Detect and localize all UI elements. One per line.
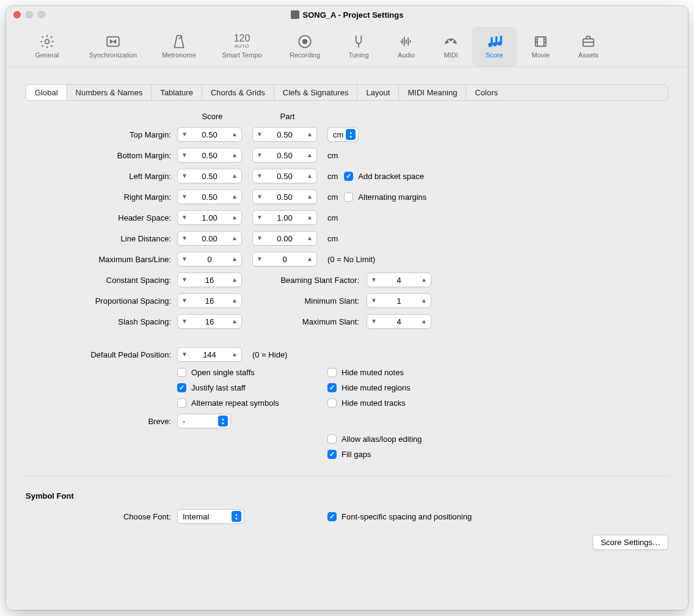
alternating-margins-checkbox[interactable] [344, 193, 353, 202]
pedal-note: (0 = Hide) [252, 350, 668, 359]
stepper-down-icon[interactable] [367, 277, 381, 283]
stepper-up-icon[interactable] [228, 152, 241, 158]
stepper-up-icon[interactable] [417, 318, 431, 324]
tab-clefs-signatures[interactable]: Clefs & Signatures [274, 85, 358, 100]
header-space-part-stepper[interactable]: 1.00 [252, 210, 317, 225]
stepper-down-icon[interactable] [367, 318, 381, 324]
stepper-up-icon[interactable] [228, 173, 241, 179]
stepper-up-icon[interactable] [417, 298, 431, 304]
stepper-down-icon[interactable] [178, 194, 191, 200]
right-margin-score-stepper[interactable]: 0.50 [177, 189, 242, 204]
toolbar-general[interactable]: General [17, 27, 77, 67]
stepper-up-icon[interactable] [303, 235, 316, 241]
tab-numbers-names[interactable]: Numbers & Names [67, 85, 152, 100]
stepper-down-icon[interactable] [178, 215, 191, 221]
proportional-spacing-stepper[interactable]: 16 [177, 293, 242, 308]
slash-spacing-stepper[interactable]: 16 [177, 314, 242, 329]
tab-global[interactable]: Global [26, 85, 67, 100]
stepper-down-icon[interactable] [178, 318, 191, 324]
bottom-margin-part-stepper[interactable]: 0.50 [252, 148, 317, 163]
max-bars-score-stepper[interactable]: 0 [177, 252, 242, 266]
max-bars-part-stepper[interactable]: 0 [252, 252, 317, 266]
constant-spacing-stepper[interactable]: 16 [177, 273, 242, 287]
stepper-down-icon[interactable] [253, 131, 266, 138]
stepper-up-icon[interactable] [228, 277, 241, 283]
right-margin-part-stepper[interactable]: 0.50 [252, 189, 317, 204]
alternate-repeat-checkbox[interactable] [177, 398, 186, 408]
stepper-down-icon[interactable] [178, 256, 191, 262]
stepper-down-icon[interactable] [367, 298, 381, 304]
max-slant-stepper[interactable]: 4 [367, 314, 431, 329]
choose-font-select[interactable]: Internal [177, 509, 244, 524]
top-margin-score-stepper[interactable]: 0.50 [177, 127, 242, 142]
hide-muted-tracks-checkbox[interactable] [327, 398, 337, 408]
stepper-up-icon[interactable] [303, 194, 316, 200]
stepper-up-icon[interactable] [228, 318, 241, 324]
stepper-up-icon[interactable] [303, 152, 316, 158]
stepper-up-icon[interactable] [417, 277, 431, 283]
stepper-up-icon[interactable] [228, 256, 241, 262]
stepper-down-icon[interactable] [253, 194, 266, 200]
add-bracket-space-checkbox[interactable] [344, 172, 353, 181]
left-margin-part-stepper[interactable]: 0.50 [252, 169, 317, 183]
toolbar-recording[interactable]: Recording [275, 27, 335, 67]
toolbar-tuning[interactable]: Tuning [335, 27, 382, 67]
min-slant-stepper[interactable]: 1 [367, 293, 431, 308]
bottom-margin-score-stepper[interactable]: 0.50 [177, 148, 242, 163]
top-margin-part-stepper[interactable]: 0.50 [252, 127, 317, 142]
hide-muted-notes-checkbox[interactable] [327, 368, 337, 377]
line-distance-part-stepper[interactable]: 0.00 [252, 231, 317, 246]
toolbar-smart-tempo[interactable]: 120 AUTO Smart Tempo [209, 27, 275, 67]
tab-midi-meaning[interactable]: MIDI Meaning [399, 85, 466, 100]
score-settings-button[interactable]: Score Settings… [593, 535, 668, 550]
tab-tablature[interactable]: Tablature [152, 85, 202, 100]
toolbar-assets[interactable]: Assets [564, 27, 612, 67]
stepper-up-icon[interactable] [303, 131, 316, 138]
toolbar-movie[interactable]: Movie [517, 27, 564, 67]
stepper-up-icon[interactable] [228, 298, 241, 304]
breve-select[interactable]: - [177, 414, 231, 428]
stepper-down-icon[interactable] [178, 298, 191, 304]
toolbar-audio[interactable]: Audio [382, 27, 430, 67]
stepper-down-icon[interactable] [253, 215, 266, 221]
open-single-staffs-checkbox[interactable] [177, 368, 186, 377]
stepper-up-icon[interactable] [228, 351, 241, 358]
stepper-down-icon[interactable] [253, 173, 266, 179]
stepper-down-icon[interactable] [178, 277, 191, 283]
left-margin-score-stepper[interactable]: 0.50 [177, 169, 242, 183]
stepper-up-icon[interactable] [303, 256, 316, 262]
unit-select[interactable]: cm [327, 127, 359, 142]
toolbar-midi[interactable]: MIDI [430, 27, 472, 67]
max-bars-note: (0 = No Limit) [327, 255, 668, 264]
tab-colors[interactable]: Colors [466, 85, 506, 100]
stepper-down-icon[interactable] [178, 235, 191, 241]
tab-chords-grids[interactable]: Chords & Grids [202, 85, 274, 100]
justify-last-staff-checkbox[interactable] [177, 383, 186, 392]
stepper-down-icon[interactable] [178, 173, 191, 179]
fill-gaps-checkbox[interactable] [327, 450, 337, 459]
header-space-score-stepper[interactable]: 1.00 [177, 210, 242, 225]
stepper-down-icon[interactable] [253, 256, 266, 262]
stepper-down-icon[interactable] [253, 152, 266, 158]
stepper-down-icon[interactable] [178, 152, 191, 158]
stepper-down-icon[interactable] [178, 351, 191, 358]
checkbox-label: Fill gaps [342, 450, 371, 459]
toolbar-score[interactable]: Score [472, 27, 517, 67]
stepper-down-icon[interactable] [178, 131, 191, 138]
stepper-up-icon[interactable] [228, 215, 241, 221]
stepper-up-icon[interactable] [228, 235, 241, 241]
toolbar-synchronization[interactable]: Synchronization [77, 27, 149, 67]
stepper-up-icon[interactable] [228, 194, 241, 200]
beaming-slant-stepper[interactable]: 4 [367, 273, 431, 287]
stepper-down-icon[interactable] [253, 235, 266, 241]
line-distance-score-stepper[interactable]: 0.00 [177, 231, 242, 246]
allow-alias-checkbox[interactable] [327, 435, 337, 444]
font-specific-checkbox[interactable] [327, 512, 337, 521]
stepper-up-icon[interactable] [228, 131, 241, 138]
hide-muted-regions-checkbox[interactable] [327, 383, 337, 392]
tab-layout[interactable]: Layout [357, 85, 399, 100]
pedal-stepper[interactable]: 144 [177, 347, 242, 362]
toolbar-metronome[interactable]: Metronome [149, 27, 209, 67]
stepper-up-icon[interactable] [303, 173, 316, 179]
stepper-up-icon[interactable] [303, 215, 316, 221]
